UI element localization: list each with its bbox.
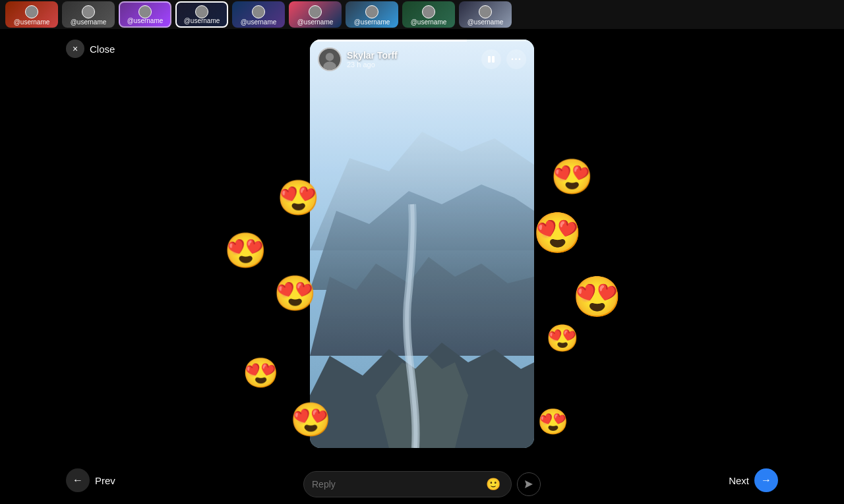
- story-username-2: @username: [62, 18, 115, 26]
- avatar: [318, 47, 342, 71]
- story-card: Skylar Torff 23 h ago ···: [310, 40, 534, 448]
- svg-point-9: [323, 62, 336, 71]
- story-item-6[interactable]: @username: [289, 1, 342, 28]
- close-label: Close: [90, 43, 115, 55]
- stories-bar: @username @username @username @username …: [0, 0, 844, 29]
- story-user-details: Skylar Torff 23 h ago: [347, 50, 398, 69]
- close-button[interactable]: × Close: [66, 40, 115, 58]
- story-username-4: @username: [177, 17, 227, 24]
- pause-button[interactable]: [481, 49, 501, 69]
- story-user-name: Skylar Torff: [347, 50, 398, 61]
- emoji-2: 😍: [224, 231, 267, 271]
- next-label: Next: [729, 475, 749, 486]
- story-user-info: Skylar Torff 23 h ago: [318, 47, 398, 71]
- story-item-3[interactable]: @username: [119, 1, 171, 28]
- next-nav[interactable]: Next →: [729, 468, 778, 492]
- reply-input-wrap: 🙂: [303, 471, 512, 497]
- story-header: Skylar Torff 23 h ago ···: [318, 47, 526, 71]
- story-progress-fill: [310, 40, 467, 42]
- story-item-1[interactable]: @username: [5, 1, 58, 28]
- story-item-5[interactable]: @username: [232, 1, 285, 28]
- story-controls: ···: [481, 49, 526, 69]
- story-username-7: @username: [346, 18, 398, 26]
- emoji-picker-button[interactable]: 🙂: [483, 474, 503, 494]
- emoji-6: 😍: [551, 157, 593, 197]
- story-progress-bar: [310, 40, 534, 42]
- story-username-5: @username: [232, 18, 285, 26]
- story-time: 23 h ago: [347, 61, 398, 69]
- close-x-icon: ×: [66, 40, 84, 58]
- next-icon: →: [754, 468, 778, 492]
- story-username-1: @username: [5, 18, 58, 26]
- svg-marker-12: [525, 480, 533, 488]
- svg-point-8: [326, 53, 334, 61]
- svg-rect-11: [492, 56, 495, 63]
- emoji-10: 😍: [537, 407, 568, 436]
- story-username-9: @username: [459, 18, 512, 26]
- svg-rect-6: [310, 40, 534, 448]
- prev-nav[interactable]: ← Prev: [66, 468, 115, 492]
- story-item-2[interactable]: @username: [62, 1, 115, 28]
- story-item-8[interactable]: @username: [402, 1, 455, 28]
- emoji-7: 😍: [533, 210, 582, 256]
- story-item-7[interactable]: @username: [346, 1, 398, 28]
- story-username-8: @username: [402, 18, 455, 26]
- reply-bar: 🙂: [303, 471, 541, 497]
- story-username-3: @username: [120, 17, 170, 24]
- emoji-8: 😍: [572, 273, 622, 320]
- reply-input[interactable]: [312, 479, 483, 490]
- more-options-button[interactable]: ···: [506, 49, 526, 69]
- emoji-4: 😍: [243, 356, 279, 390]
- prev-label: Prev: [95, 475, 115, 486]
- story-item-4-active[interactable]: @username: [175, 1, 228, 28]
- send-button[interactable]: [517, 472, 541, 496]
- svg-rect-10: [488, 56, 491, 63]
- story-item-9[interactable]: @username: [459, 1, 512, 28]
- emoji-9: 😍: [546, 323, 579, 354]
- story-image: [310, 40, 534, 448]
- story-username-6: @username: [289, 18, 342, 26]
- prev-icon: ←: [66, 468, 90, 492]
